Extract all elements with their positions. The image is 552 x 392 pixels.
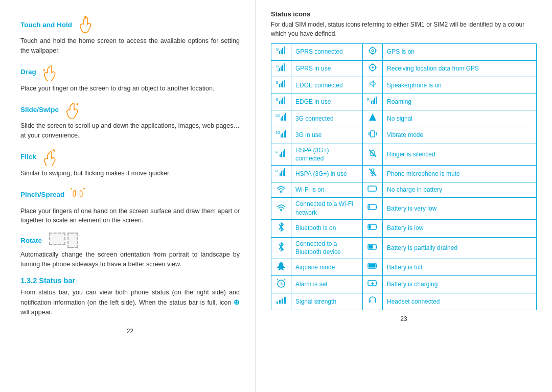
svg-rect-86	[277, 302, 278, 304]
rotate-illustration: Rotate	[20, 233, 240, 248]
svg-rect-36	[374, 98, 375, 104]
svg-rect-32	[284, 97, 285, 104]
left-icon-2: E	[271, 77, 291, 94]
left-icon-7: H	[271, 166, 291, 182]
gesture-drag-title: Drag	[20, 63, 240, 81]
svg-rect-73	[369, 205, 370, 209]
gesture-rotate: Rotate Automatically change the screen o…	[20, 233, 240, 269]
svg-rect-40	[282, 116, 283, 121]
right-icon-0	[363, 44, 383, 61]
left-icon-3: E	[271, 94, 291, 110]
svg-rect-91	[375, 300, 376, 303]
left-label-3: EDGE in use	[291, 94, 363, 110]
right-icon-14	[363, 293, 383, 310]
svg-rect-46	[282, 133, 283, 137]
gesture-rotate-text: Automatically change the screen orientat…	[20, 250, 240, 269]
gesture-pinch-spread-text: Place your fingers of one hand on the sc…	[20, 206, 240, 226]
left-label-13: Alarm is set	[291, 275, 363, 293]
svg-point-18	[372, 66, 374, 68]
left-label-0: GPRS connected	[291, 44, 363, 61]
gesture-flick: Flick Similar to swiping, but flicking m…	[20, 148, 240, 178]
left-label-7: HSPA (3G+) in use	[291, 166, 363, 182]
svg-point-0	[84, 16, 86, 18]
gesture-rotate-title: Rotate	[20, 237, 42, 244]
svg-point-6	[370, 48, 376, 54]
svg-rect-56	[284, 149, 285, 157]
svg-rect-88	[282, 298, 283, 304]
svg-rect-87	[279, 300, 281, 304]
svg-rect-34	[371, 101, 372, 104]
status-bar-text: From status bar, you can view both phone…	[20, 288, 240, 318]
left-label-11: Connected to a Bluetooth device	[291, 237, 363, 259]
svg-rect-69	[376, 188, 377, 190]
left-icon-9	[271, 198, 291, 220]
table-row: H HSPA (3G+) in use Phone microphone is …	[271, 166, 537, 182]
table-row: 3G 3G connected No signal	[271, 110, 537, 127]
table-row: Alarm is set Battery is charging	[271, 275, 537, 293]
svg-rect-30	[281, 100, 282, 104]
left-icon-0: G	[271, 44, 291, 61]
right-icon-5	[363, 127, 383, 144]
right-label-9: Battery is very low	[383, 198, 537, 220]
svg-rect-27	[284, 80, 285, 87]
svg-text:H: H	[275, 170, 278, 173]
svg-rect-31	[282, 98, 283, 104]
drag-icon	[40, 63, 59, 81]
left-icon-14	[271, 293, 291, 310]
gesture-pinch-spread-title: Pinch/Spread	[20, 186, 240, 204]
svg-rect-5	[284, 47, 285, 54]
svg-rect-35	[373, 100, 374, 104]
right-icon-6	[363, 144, 383, 166]
svg-text:G: G	[276, 48, 279, 51]
rotate-box-portrait	[67, 233, 78, 248]
status-icons-table: G GPRS connected GPS is on G GPRS in use…	[271, 43, 537, 310]
table-row: E EDGE in use R Roaming	[271, 94, 537, 110]
svg-text:G: G	[276, 64, 279, 68]
svg-rect-3	[281, 50, 282, 54]
svg-rect-4	[282, 48, 283, 54]
svg-marker-43	[369, 113, 376, 121]
svg-text:3G: 3G	[275, 131, 280, 134]
svg-rect-24	[279, 84, 280, 87]
page-number-left: 22	[20, 328, 240, 335]
right-icon-3: R	[363, 94, 383, 110]
status-bar-section: 1.3.2 Status bar From status bar, you ca…	[20, 276, 240, 318]
right-label-6: Ringer is silenced	[383, 144, 537, 166]
svg-rect-42	[285, 113, 286, 121]
svg-rect-29	[279, 101, 280, 104]
svg-rect-14	[281, 66, 282, 71]
table-row: H HSPA (3G+) connected Ringer is silence…	[271, 144, 537, 166]
right-icon-1	[363, 60, 383, 77]
svg-rect-60	[281, 171, 282, 176]
left-label-4: 3G connected	[291, 110, 363, 127]
table-row: Connected to a Wi-Fi network Battery is …	[271, 198, 537, 220]
right-label-0: GPS is on	[383, 44, 537, 61]
svg-point-7	[372, 50, 374, 52]
right-icon-12	[363, 259, 383, 276]
right-icon-2	[363, 77, 383, 94]
svg-rect-78	[376, 246, 377, 248]
gesture-slide-swipe: Slide/Swipe Slide the screen to scroll u…	[20, 100, 240, 141]
svg-text:H: H	[275, 151, 278, 154]
status-icons-title: Status icons	[271, 10, 537, 18]
table-row: Airplane mode Battery is full	[271, 259, 537, 276]
svg-rect-16	[284, 63, 285, 71]
svg-rect-54	[281, 152, 282, 157]
svg-text:E: E	[276, 81, 279, 84]
left-icon-1: G	[271, 60, 291, 77]
left-label-6: HSPA (3G+) connected	[291, 144, 363, 166]
left-label-14: Signal strength	[291, 293, 363, 310]
svg-text:R: R	[367, 98, 370, 101]
svg-rect-68	[368, 186, 376, 191]
left-label-8: Wi-Fi is on	[291, 182, 363, 198]
svg-rect-48	[285, 130, 286, 137]
svg-rect-85	[376, 282, 377, 284]
right-icon-13	[363, 275, 383, 293]
left-label-9: Connected to a Wi-Fi network	[291, 198, 363, 220]
right-icon-4	[363, 110, 383, 127]
svg-rect-37	[376, 97, 377, 104]
right-label-14: Headset connected	[383, 293, 537, 310]
table-row: G GPRS connected GPS is on	[271, 44, 537, 61]
right-icon-9	[363, 198, 383, 220]
table-row: Wi-Fi is on No charge in battery	[271, 182, 537, 198]
